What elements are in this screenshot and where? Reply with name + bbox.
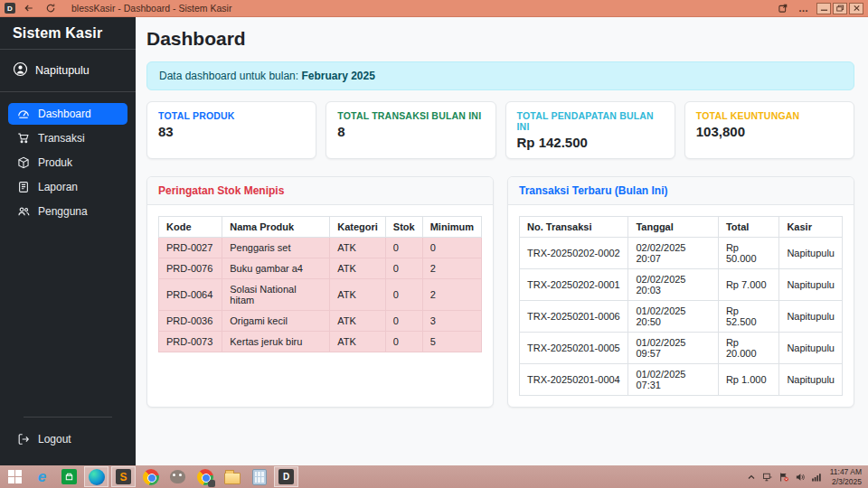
table-cell: TRX-20250201-0004 xyxy=(520,364,628,396)
table-cell: PRD-0027 xyxy=(159,238,222,258)
volume-icon[interactable] xyxy=(795,472,806,483)
table-cell: PRD-0073 xyxy=(159,332,222,352)
sidebar-item-transaksi[interactable]: Transaksi xyxy=(8,127,127,149)
app-icon: D xyxy=(5,3,15,14)
gimp-icon[interactable] xyxy=(165,466,190,487)
table-cell: Penggaris set xyxy=(222,238,330,258)
windows-store-icon[interactable] xyxy=(57,466,81,487)
refresh-button[interactable] xyxy=(42,2,59,15)
table-cell: Napitupulu xyxy=(779,238,843,269)
stat-card: TOTAL KEUNTUNGAN103,800 xyxy=(684,101,854,159)
current-user: Napitupulu xyxy=(0,50,136,92)
table-cell: Rp 1.000 xyxy=(718,364,779,396)
safely-remove-icon[interactable] xyxy=(762,472,773,483)
table-cell: ATK xyxy=(330,332,386,352)
table-cell: PRD-0076 xyxy=(159,258,222,279)
table-cell: TRX-20250202-0001 xyxy=(520,269,628,301)
table-cell: 0 xyxy=(385,311,422,332)
column-header: Stok xyxy=(385,217,422,238)
chrome-alt-icon[interactable] xyxy=(193,466,217,487)
edge-icon[interactable] xyxy=(84,466,108,487)
table-header-row: No. TransaksiTanggalTotalKasir xyxy=(520,217,843,238)
column-header: Nama Produk xyxy=(222,217,330,238)
recent-transactions-table: No. TransaksiTanggalTotalKasirTRX-202502… xyxy=(519,216,843,396)
sidebar-item-label: Transaksi xyxy=(38,132,85,145)
more-options-button[interactable]: … xyxy=(798,3,809,14)
people-icon xyxy=(17,205,30,218)
table-row: PRD-0064Solasi National hitamATK02 xyxy=(159,279,482,311)
table-row: TRX-20250202-000202/02/2025 20:07Rp 50.0… xyxy=(520,238,843,269)
sublime-text-icon[interactable]: S xyxy=(111,466,136,487)
stat-label: TOTAL KEUNTUNGAN xyxy=(696,110,843,121)
person-circle-icon xyxy=(13,61,28,80)
app-d-icon[interactable]: D xyxy=(274,466,298,487)
action-center-flag-icon[interactable] xyxy=(778,472,789,483)
stat-value: 8 xyxy=(337,124,484,139)
sidebar: Sistem Kasir Napitupulu DashboardTransak… xyxy=(0,17,136,465)
table-cell: ATK xyxy=(330,279,386,311)
table-row: TRX-20250202-000102/02/2025 20:03Rp 7.00… xyxy=(520,269,843,301)
table-row: PRD-0076Buku gambar a4ATK02 xyxy=(159,258,482,279)
stat-cards-row: TOTAL PRODUK83TOTAL TRANSAKSI BULAN INI8… xyxy=(146,101,854,159)
table-cell: Rp 52.500 xyxy=(718,301,779,333)
column-header: Tanggal xyxy=(628,217,718,238)
network-signal-icon[interactable] xyxy=(811,472,822,483)
table-cell: 2 xyxy=(422,258,481,279)
stat-label: TOTAL PRODUK xyxy=(158,110,305,121)
system-tray: 11:47 AM 2/3/2025 xyxy=(746,467,865,486)
sidebar-item-dashboard[interactable]: Dashboard xyxy=(8,103,127,125)
user-name: Napitupulu xyxy=(35,64,90,77)
main-content: Dashboard Data dashboard untuk bulan: Fe… xyxy=(136,17,868,465)
stat-value: 83 xyxy=(158,124,305,139)
table-cell: Napitupulu xyxy=(779,269,843,301)
sidebar-item-logout[interactable]: Logout xyxy=(8,428,127,450)
table-cell: Rp 7.000 xyxy=(718,269,779,301)
stat-card: TOTAL TRANSAKSI BULAN INI8 xyxy=(326,101,495,159)
table-cell: Origami kecil xyxy=(222,311,330,332)
logout-icon xyxy=(17,433,30,446)
file-explorer-icon[interactable] xyxy=(220,466,244,487)
stat-value: Rp 142.500 xyxy=(517,135,664,150)
table-cell: 0 xyxy=(422,238,481,258)
tray-expand-icon[interactable] xyxy=(746,472,757,483)
taskbar-clock[interactable]: 11:47 AM 2/3/2025 xyxy=(830,467,862,486)
table-cell: Solasi National hitam xyxy=(222,279,330,311)
table-cell: 02/02/2025 20:07 xyxy=(628,238,718,269)
low-stock-panel: Peringatan Stok Menipis KodeNama ProdukK… xyxy=(146,176,494,408)
app-brand: Sistem Kasir xyxy=(0,17,136,50)
table-cell: TRX-20250201-0006 xyxy=(520,301,628,333)
column-header: No. Transaksi xyxy=(520,217,628,238)
table-row: PRD-0073Kertas jeruk biruATK05 xyxy=(159,332,482,352)
start-icon[interactable] xyxy=(3,466,27,487)
table-row: TRX-20250201-000401/02/2025 07:31Rp 1.00… xyxy=(520,364,843,396)
table-cell: 3 xyxy=(422,311,481,332)
table-cell: Kertas jeruk biru xyxy=(222,332,330,352)
table-row: PRD-0036Origami kecilATK03 xyxy=(159,311,482,332)
table-cell: 5 xyxy=(422,332,481,352)
sidebar-item-laporan[interactable]: Laporan xyxy=(8,176,127,198)
table-cell: Buku gambar a4 xyxy=(222,258,330,279)
sidebar-item-label: Dashboard xyxy=(38,108,91,120)
sidebar-item-pengguna[interactable]: Pengguna xyxy=(8,201,127,222)
back-button[interactable] xyxy=(21,2,37,15)
table-cell: TRX-20250201-0005 xyxy=(520,333,628,364)
minimize-button[interactable] xyxy=(816,3,831,14)
stat-card: TOTAL PENDAPATAN BULAN INIRp 142.500 xyxy=(505,101,675,159)
chrome-icon[interactable] xyxy=(138,466,163,487)
page-title: Dashboard xyxy=(146,28,854,50)
open-external-icon[interactable] xyxy=(775,2,791,15)
table-cell: 01/02/2025 20:50 xyxy=(628,301,718,333)
column-header: Kategori xyxy=(330,217,386,238)
calculator-icon[interactable] xyxy=(247,466,271,487)
close-button[interactable] xyxy=(849,3,863,14)
table-header-row: KodeNama ProdukKategoriStokMinimum xyxy=(159,217,482,238)
speedometer-icon xyxy=(17,108,30,120)
table-cell: ATK xyxy=(330,311,386,332)
box-icon xyxy=(17,156,30,169)
internet-explorer-icon[interactable]: e xyxy=(30,466,54,487)
sidebar-item-label: Pengguna xyxy=(38,205,88,218)
maximize-button[interactable] xyxy=(833,3,847,14)
table-cell: 0 xyxy=(385,258,422,279)
column-header: Kode xyxy=(159,217,222,238)
sidebar-item-produk[interactable]: Produk xyxy=(8,152,127,174)
